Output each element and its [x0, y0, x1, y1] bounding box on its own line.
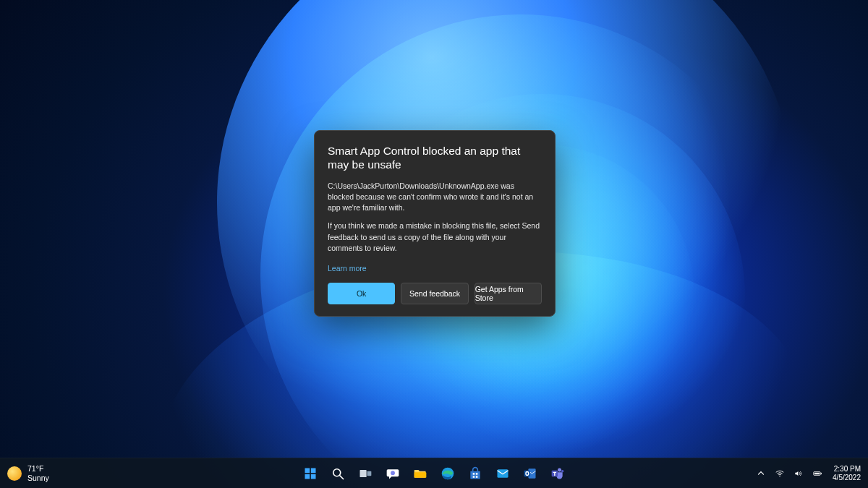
- mail-icon: [495, 466, 510, 481]
- store-icon: [468, 466, 482, 481]
- taskbar-weather-widget[interactable]: 71°F Sunny: [0, 464, 145, 481]
- svg-rect-24: [821, 472, 822, 474]
- svg-rect-2: [305, 474, 310, 479]
- file-explorer-icon: [413, 466, 427, 481]
- taskbar-right: 2:30 PM 4/5/2022: [723, 463, 868, 484]
- clock-time: 2:30 PM: [833, 465, 861, 474]
- ok-button[interactable]: Ok: [328, 283, 395, 304]
- svg-rect-14: [476, 476, 478, 478]
- weather-text: 71°F Sunny: [27, 464, 49, 481]
- chevron-up-icon: [756, 468, 766, 479]
- svg-point-20: [561, 470, 563, 472]
- svg-rect-11: [473, 473, 475, 475]
- edge-button[interactable]: [435, 461, 460, 486]
- get-apps-from-store-button[interactable]: Get Apps from Store: [475, 283, 542, 304]
- volume-button[interactable]: [791, 463, 807, 484]
- taskbar: 71°F Sunny: [0, 458, 868, 488]
- chat-icon: [386, 466, 400, 481]
- svg-point-19: [558, 468, 561, 471]
- wifi-button[interactable]: [772, 463, 788, 484]
- store-button[interactable]: [463, 461, 488, 486]
- dialog-body-1: C:\Users\JackPurton\Downloads\UnknownApp…: [328, 181, 542, 214]
- svg-rect-13: [473, 476, 475, 478]
- search-button[interactable]: [326, 461, 350, 486]
- volume-icon: [793, 468, 804, 479]
- learn-more-link[interactable]: Learn more: [328, 264, 367, 273]
- smart-app-control-dialog: Smart App Control blocked an app that ma…: [314, 130, 556, 317]
- teams-button[interactable]: [545, 461, 570, 486]
- edge-icon: [441, 466, 455, 481]
- svg-rect-12: [476, 473, 478, 475]
- svg-rect-3: [311, 474, 316, 479]
- svg-rect-25: [814, 472, 820, 474]
- taskbar-center: [145, 461, 723, 486]
- weather-condition: Sunny: [27, 474, 49, 482]
- weather-sun-icon: [7, 466, 22, 481]
- file-explorer-button[interactable]: [408, 461, 433, 486]
- outlook-button[interactable]: [518, 461, 542, 486]
- svg-rect-0: [305, 468, 310, 473]
- mail-button[interactable]: [490, 461, 515, 486]
- svg-point-22: [779, 475, 780, 476]
- search-icon: [331, 466, 345, 481]
- svg-line-5: [340, 475, 344, 479]
- dialog-title: Smart App Control blocked an app that ma…: [328, 144, 542, 172]
- svg-rect-1: [311, 468, 316, 473]
- task-view-icon: [358, 466, 373, 481]
- svg-rect-9: [414, 472, 427, 478]
- battery-icon: [812, 468, 822, 479]
- start-button[interactable]: [298, 461, 323, 486]
- weather-temp: 71°F: [27, 464, 49, 473]
- svg-rect-15: [498, 469, 509, 478]
- svg-point-8: [391, 471, 395, 475]
- send-feedback-button[interactable]: Send feedback: [401, 283, 468, 304]
- battery-button[interactable]: [809, 463, 825, 484]
- start-icon: [303, 466, 318, 481]
- tray-overflow-button[interactable]: [753, 463, 769, 484]
- svg-rect-6: [360, 470, 367, 477]
- dialog-body-2: If you think we made a mistake in blocki…: [328, 221, 542, 254]
- wifi-icon: [775, 468, 785, 479]
- clock-date: 4/5/2022: [833, 474, 861, 482]
- taskbar-clock[interactable]: 2:30 PM 4/5/2022: [833, 465, 861, 482]
- teams-icon: [550, 466, 565, 481]
- dialog-button-row: Ok Send feedback Get Apps from Store: [328, 283, 542, 304]
- svg-rect-7: [367, 471, 372, 476]
- chat-button[interactable]: [380, 461, 405, 486]
- task-view-button[interactable]: [353, 461, 378, 486]
- outlook-icon: [523, 466, 537, 481]
